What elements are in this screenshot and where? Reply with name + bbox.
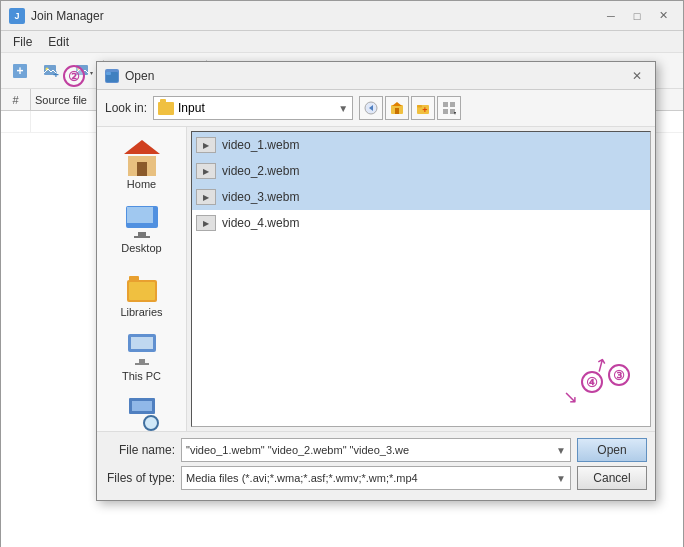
filetype-input-wrap[interactable]: Media files (*.avi;*.wma;*.asf;*.wmv;*.w… — [181, 466, 571, 490]
open-dialog: Open ✕ Look in: Input ▼ — [96, 61, 656, 501]
libraries-icon — [124, 268, 160, 304]
filetype-label: Files of type: — [105, 471, 175, 485]
annotation-3: ③ — [608, 364, 630, 386]
network-icon — [124, 396, 160, 431]
dialog-title: Open — [125, 69, 154, 83]
nav-up-button[interactable] — [385, 96, 409, 120]
shortcuts-panel: Home Desktop — [97, 127, 187, 431]
folder-icon — [158, 102, 174, 115]
svg-rect-29 — [450, 109, 455, 114]
back-arrow-icon — [364, 101, 378, 115]
shortcut-thispc[interactable]: This PC — [102, 327, 182, 387]
filetype-dropdown-icon: ▼ — [556, 473, 566, 484]
dialog-close-button[interactable]: ✕ — [627, 67, 647, 85]
lookin-label: Look in: — [105, 101, 147, 115]
nav-view-button[interactable] — [437, 96, 461, 120]
dialog-titlebar: Open ✕ — [97, 62, 655, 90]
file-name-2: video_2.webm — [222, 164, 299, 178]
filename-input-wrap[interactable]: "video_1.webm" "video_2.webm" "video_3.w… — [181, 438, 571, 462]
nav-back-button[interactable] — [359, 96, 383, 120]
file-icon-3: ▶ — [196, 189, 216, 205]
nav-new-folder-button[interactable]: + — [411, 96, 435, 120]
lookin-combo[interactable]: Input ▼ — [153, 96, 353, 120]
thispc-icon — [124, 332, 160, 368]
shortcut-desktop-label: Desktop — [121, 242, 161, 254]
svg-rect-24 — [417, 105, 422, 108]
annotation-4-arrow: ↘ — [563, 386, 578, 408]
file-icon-1: ▶ — [196, 137, 216, 153]
shortcut-desktop[interactable]: Desktop — [102, 199, 182, 259]
view-icon — [442, 101, 456, 115]
svg-text:+: + — [422, 105, 427, 115]
filetype-row: Files of type: Media files (*.avi;*.wma;… — [105, 466, 647, 490]
main-window: J Join Manager ─ □ ✕ File Edit + + — [0, 0, 684, 547]
lookin-folder-name: Input — [178, 101, 334, 115]
dialog-app-icon — [105, 69, 119, 83]
chevron-down-icon: ▼ — [338, 103, 348, 114]
svg-marker-21 — [392, 102, 402, 106]
file-item-2[interactable]: ▶ video_2.webm — [192, 158, 650, 184]
shortcut-home[interactable]: Home — [102, 135, 182, 195]
file-name-4: video_4.webm — [222, 216, 299, 230]
lookin-bar: Look in: Input ▼ — [97, 90, 655, 127]
file-item-4[interactable]: ▶ video_4.webm — [192, 210, 650, 236]
open-button[interactable]: Open — [577, 438, 647, 462]
dialog-title-left: Open — [105, 69, 154, 83]
svg-rect-22 — [395, 108, 399, 114]
file-item-1[interactable]: ▶ video_1.webm — [192, 132, 650, 158]
filename-value: "video_1.webm" "video_2.webm" "video_3.w… — [186, 444, 556, 456]
file-name-1: video_1.webm — [222, 138, 299, 152]
shortcut-thispc-label: This PC — [122, 370, 161, 382]
annotation-4: ④ — [581, 371, 603, 393]
filename-label: File name: — [105, 443, 175, 457]
file-icon-4: ▶ — [196, 215, 216, 231]
lookin-nav-buttons: + — [359, 96, 461, 120]
desktop-icon — [124, 204, 160, 240]
dialog-overlay: Open ✕ Look in: Input ▼ — [1, 1, 683, 546]
file-icon-2: ▶ — [196, 163, 216, 179]
file-item-3[interactable]: ▶ video_3.webm — [192, 184, 650, 210]
svg-rect-28 — [443, 109, 448, 114]
new-folder-icon: + — [416, 101, 430, 115]
shortcut-home-label: Home — [127, 178, 156, 190]
home-icon — [124, 140, 160, 176]
svg-rect-26 — [443, 102, 448, 107]
shortcut-libraries-label: Libraries — [120, 306, 162, 318]
file-name-3: video_3.webm — [222, 190, 299, 204]
filetype-value: Media files (*.avi;*.wma;*.asf;*.wmv;*.w… — [186, 472, 556, 484]
shortcut-libraries[interactable]: Libraries — [102, 263, 182, 323]
dialog-bottom: File name: "video_1.webm" "video_2.webm"… — [97, 431, 655, 500]
svg-rect-27 — [450, 102, 455, 107]
svg-rect-17 — [106, 72, 111, 75]
filename-dropdown-icon: ▼ — [556, 445, 566, 456]
filename-row: File name: "video_1.webm" "video_2.webm"… — [105, 438, 647, 462]
annotation-2: ② — [63, 65, 85, 87]
up-arrow-icon — [390, 101, 404, 115]
shortcut-network[interactable]: Network — [102, 391, 182, 431]
cancel-button[interactable]: Cancel — [577, 466, 647, 490]
